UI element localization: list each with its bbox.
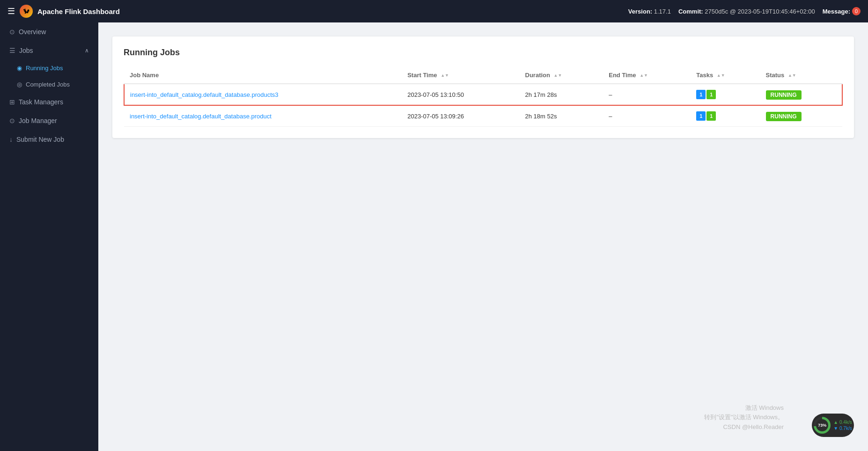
version-info: Version: 1.17.1: [628, 8, 671, 15]
col-duration[interactable]: Duration ▲▼: [520, 67, 603, 84]
app-logo: 🐿: [20, 5, 33, 18]
sidebar-item-overview[interactable]: ⊙ Overview: [0, 22, 98, 41]
commit-value: 2750d5c @ 2023-05-19T10:45:46+02:00: [705, 8, 815, 15]
watermark-line1: 激活 Windows: [704, 403, 784, 413]
duration-cell: 2h 18m 52s: [520, 105, 603, 127]
watermark-line2: 转到"设置"以激活 Windows。: [704, 413, 784, 422]
hamburger-icon[interactable]: ☰: [7, 6, 15, 16]
watermark-line3: CSDN @Hello.Reader: [704, 422, 784, 432]
sidebar-item-submit-new-job[interactable]: ↓ Submit New Job: [0, 130, 98, 149]
page-title: Running Jobs: [124, 48, 843, 58]
header-right: Version: 1.17.1 Commit: 2750d5c @ 2023-0…: [628, 7, 861, 15]
net-download: ▼ 0.7k/s: [833, 426, 852, 431]
col-tasks[interactable]: Tasks ▲▼: [691, 67, 760, 84]
jobs-chevron-icon: ∧: [85, 47, 89, 54]
net-upload: ▲ 0.4k/s: [833, 420, 852, 425]
end-time-cell: –: [603, 84, 691, 105]
col-status[interactable]: Status ▲▼: [760, 67, 842, 84]
status-cell: RUNNING: [760, 84, 842, 105]
status-badge: RUNNING: [766, 112, 802, 121]
jobs-tbody: insert-into_default_catalog.default_data…: [124, 84, 842, 127]
completed-jobs-label: Completed Jobs: [26, 81, 70, 88]
tasks-cell: 1 1: [691, 84, 760, 105]
col-job-name: Job Name: [124, 67, 402, 84]
jobs-table: Job Name Start Time ▲▼ Duration ▲▼ End T…: [124, 67, 843, 127]
header-left: ☰ 🐿 Apache Flink Dashboard: [7, 5, 120, 18]
job-manager-icon: ⊙: [9, 117, 15, 124]
status-cell: RUNNING: [760, 105, 842, 127]
task-managers-label: Task Managers: [19, 98, 63, 106]
system-widget: 73% ▲ 0.4k/s ▼ 0.7k/s: [812, 414, 854, 437]
submit-new-job-label: Submit New Job: [16, 136, 64, 143]
net-stats: ▲ 0.4k/s ▼ 0.7k/s: [833, 420, 852, 431]
table-header: Job Name Start Time ▲▼ Duration ▲▼ End T…: [124, 67, 842, 84]
task-badge-complete: 1: [706, 111, 716, 121]
table-row[interactable]: insert-into_default_catalog.default_data…: [124, 84, 842, 105]
sort-start-time-icon: ▲▼: [441, 73, 449, 78]
job-manager-label: Job Manager: [19, 117, 57, 124]
main-layout: ⊙ Overview ☰ Jobs ∧ ◉ Running Jobs ◎ Com…: [0, 22, 868, 451]
jobs-icon: ☰: [9, 47, 15, 54]
task-badge-complete: 1: [706, 90, 716, 99]
cpu-percent: 73%: [816, 419, 828, 431]
col-start-time[interactable]: Start Time ▲▼: [402, 67, 519, 84]
overview-icon: ⊙: [9, 28, 15, 36]
sidebar-item-job-manager[interactable]: ⊙ Job Manager: [0, 111, 98, 130]
cpu-circle: 73%: [814, 417, 831, 434]
jobs-label: Jobs: [19, 47, 33, 54]
start-time-cell: 2023-07-05 13:09:26: [402, 105, 519, 127]
app-title: Apache Flink Dashboard: [37, 7, 120, 15]
sidebar: ⊙ Overview ☰ Jobs ∧ ◉ Running Jobs ◎ Com…: [0, 22, 98, 451]
sidebar-item-task-managers[interactable]: ⊞ Task Managers: [0, 93, 98, 111]
page-card: Running Jobs Job Name Start Time ▲▼ Dura…: [112, 36, 854, 138]
commit-info: Commit: 2750d5c @ 2023-05-19T10:45:46+02…: [678, 8, 815, 15]
end-time-cell: –: [603, 105, 691, 127]
job-name-cell[interactable]: insert-into_default_catalog.default_data…: [124, 84, 402, 105]
overview-label: Overview: [19, 28, 46, 36]
message-badge: Message: 0: [823, 7, 861, 15]
start-time-cell: 2023-07-05 13:10:50: [402, 84, 519, 105]
task-managers-icon: ⊞: [9, 98, 15, 106]
task-badge-running: 1: [696, 90, 706, 99]
top-header: ☰ 🐿 Apache Flink Dashboard Version: 1.17…: [0, 0, 868, 22]
completed-jobs-icon: ◎: [17, 81, 22, 88]
running-jobs-label: Running Jobs: [26, 65, 63, 72]
content-area: Running Jobs Job Name Start Time ▲▼ Dura…: [98, 22, 868, 451]
job-name-cell[interactable]: insert-into_default_catalog.default_data…: [124, 105, 402, 127]
sort-end-time-icon: ▲▼: [640, 73, 648, 78]
sort-tasks-icon: ▲▼: [717, 73, 725, 78]
col-end-time[interactable]: End Time ▲▼: [603, 67, 691, 84]
version-label: Version:: [628, 8, 652, 15]
sort-status-icon: ▲▼: [788, 73, 796, 78]
sort-duration-icon: ▲▼: [554, 73, 562, 78]
duration-cell: 2h 17m 28s: [520, 84, 603, 105]
sidebar-item-running-jobs[interactable]: ◉ Running Jobs: [0, 60, 98, 76]
running-jobs-icon: ◉: [17, 65, 22, 72]
table-row[interactable]: insert-into_default_catalog.default_data…: [124, 105, 842, 127]
sidebar-item-completed-jobs[interactable]: ◎ Completed Jobs: [0, 76, 98, 93]
tasks-cell: 1 1: [691, 105, 760, 127]
version-value: 1.17.1: [654, 8, 671, 15]
task-badge-running: 1: [696, 111, 706, 121]
status-badge: RUNNING: [766, 90, 802, 100]
message-label: Message:: [823, 8, 850, 15]
submit-icon: ↓: [9, 136, 13, 143]
watermark: 激活 Windows 转到"设置"以激活 Windows。 CSDN @Hell…: [704, 403, 784, 432]
sidebar-item-jobs[interactable]: ☰ Jobs ∧: [0, 41, 98, 60]
commit-label: Commit:: [678, 8, 703, 15]
message-count: 0: [852, 7, 861, 15]
